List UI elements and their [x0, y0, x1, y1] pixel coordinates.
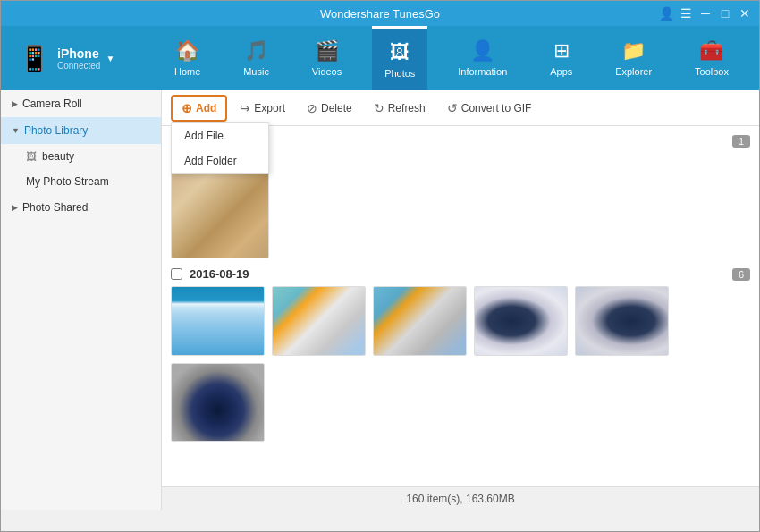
close-icon[interactable]: ✕: [738, 6, 752, 21]
window-controls: 👤 ☰ ─ □ ✕: [659, 6, 752, 21]
nav-label-information: Information: [458, 66, 507, 77]
add-button[interactable]: ⊕ Add: [171, 95, 227, 122]
content-area: ⊕ Add ↪ Export ⊘ Delete ↻ Refresh ↺ Conv…: [162, 90, 759, 510]
nav-items: 🏠 Home 🎵 Music 🎬 Videos 🖼 Photos 👤 Infor…: [153, 26, 750, 90]
photo-thumb-screenshot[interactable]: [171, 286, 265, 356]
nav-bar: 📱 iPhone Connected ▼ 🏠 Home 🎵 Music 🎬 Vi…: [1, 26, 759, 90]
nav-item-photos[interactable]: 🖼 Photos: [372, 26, 427, 90]
status-bar: 160 item(s), 163.60MB: [162, 486, 759, 510]
headphones2-image: [576, 287, 668, 355]
status-text: 160 item(s), 163.60MB: [406, 493, 514, 505]
sidebar-label-my-photo-stream: My Photo Stream: [26, 175, 109, 188]
nav-label-explorer: Explorer: [615, 66, 652, 77]
nav-label-home: Home: [174, 66, 200, 77]
home-icon: 🏠: [175, 39, 199, 63]
minimize-icon[interactable]: ─: [698, 6, 713, 21]
nav-item-music[interactable]: 🎵 Music: [231, 26, 282, 90]
photo-library-arrow: ▼: [12, 126, 20, 135]
information-icon: 👤: [470, 39, 494, 63]
camera-roll-arrow: ▶: [12, 99, 18, 108]
sidebar-label-beauty: beauty: [42, 150, 74, 163]
toolbar: ⊕ Add ↪ Export ⊘ Delete ↻ Refresh ↺ Conv…: [162, 90, 759, 126]
device-dropdown-arrow[interactable]: ▼: [106, 54, 114, 63]
nav-label-videos: Videos: [312, 66, 342, 77]
nav-item-apps[interactable]: ⊞ Apps: [537, 26, 585, 90]
add-dropdown: Add File Add Folder: [171, 122, 269, 174]
main-area: ▶ Camera Roll ▼ Photo Library 🖼 beauty M…: [1, 90, 759, 510]
image-icon: 🖼: [26, 150, 37, 163]
photo-shared-arrow: ▶: [12, 203, 18, 212]
export-icon: ↪: [240, 101, 250, 115]
device-info[interactable]: 📱 iPhone Connected ▼: [10, 39, 153, 78]
menu-icon[interactable]: ☰: [679, 6, 693, 21]
delete-icon: ⊘: [307, 101, 317, 115]
refresh-icon: ↻: [374, 101, 384, 115]
photo-thumb-headphones2[interactable]: [575, 286, 669, 356]
refresh-button[interactable]: ↻ Refresh: [365, 97, 435, 120]
delete-button[interactable]: ⊘ Delete: [298, 97, 361, 120]
sidebar-label-camera-roll: Camera Roll: [22, 97, 82, 110]
sidebar: ▶ Camera Roll ▼ Photo Library 🖼 beauty M…: [1, 90, 162, 510]
nav-item-information[interactable]: 👤 Information: [445, 26, 519, 90]
section2-header: 2016-08-19 6: [171, 267, 750, 281]
user-icon[interactable]: 👤: [659, 6, 673, 21]
device-status: Connected: [57, 61, 100, 71]
device-text: iPhone Connected: [57, 46, 100, 71]
title-bar: Wondershare TunesGo 👤 ☰ ─ □ ✕: [1, 1, 759, 26]
section2-badge: 6: [732, 268, 750, 281]
sidebar-item-camera-roll[interactable]: ▶ Camera Roll: [1, 90, 161, 117]
music-icon: 🎵: [244, 39, 268, 63]
apps-icon: ⊞: [553, 39, 570, 63]
app-title: Wondershare TunesGo: [320, 7, 440, 21]
phone2-image: [374, 287, 466, 355]
photos-icon: 🖼: [390, 41, 410, 64]
videos-icon: 🎬: [315, 39, 339, 63]
device-icon: 📱: [19, 44, 50, 73]
photo-area: 1 2016-08-19 6: [162, 126, 759, 486]
photo-thumb-headphones3[interactable]: [171, 363, 265, 442]
photo-thumb-phone2[interactable]: [373, 286, 467, 356]
nav-item-toolbox[interactable]: 🧰 Toolbox: [682, 26, 741, 90]
section2-date-row: 2016-08-19: [171, 267, 249, 281]
headphones3-image: [172, 364, 264, 441]
convert-gif-button[interactable]: ↺ Convert to GIF: [438, 97, 541, 120]
add-file-item[interactable]: Add File: [172, 123, 268, 148]
section2-thumb-row: [171, 286, 750, 356]
nav-item-videos[interactable]: 🎬 Videos: [300, 26, 354, 90]
sidebar-item-beauty[interactable]: 🖼 beauty: [1, 144, 161, 169]
explorer-icon: 📁: [621, 39, 646, 63]
sidebar-label-photo-library: Photo Library: [24, 124, 88, 137]
phone1-image: [273, 287, 365, 355]
photo-thumb-phone1[interactable]: [272, 286, 366, 356]
section2-checkbox[interactable]: [171, 268, 182, 280]
add-folder-item[interactable]: Add Folder: [172, 148, 268, 173]
device-name: iPhone: [57, 46, 100, 61]
section1-badge: 1: [732, 135, 750, 148]
photo-thumb-headphones1[interactable]: [474, 286, 568, 356]
screenshot-image: [172, 287, 264, 355]
nav-label-toolbox: Toolbox: [695, 66, 729, 77]
photo-section-2016: 2016-08-19 6: [171, 267, 750, 442]
nav-label-apps: Apps: [550, 66, 572, 77]
sidebar-label-photo-shared: Photo Shared: [22, 201, 88, 214]
maximize-icon[interactable]: □: [718, 6, 732, 21]
section2-thumb-row-2: [171, 363, 750, 442]
headphones1-image: [475, 287, 567, 355]
nav-item-home[interactable]: 🏠 Home: [162, 26, 213, 90]
section2-date-label: 2016-08-19: [190, 267, 249, 281]
export-button[interactable]: ↪ Export: [231, 97, 294, 120]
sidebar-item-photo-shared[interactable]: ▶ Photo Shared: [1, 194, 161, 221]
toolbox-icon: 🧰: [699, 39, 723, 63]
nav-label-music: Music: [243, 66, 269, 77]
nav-label-photos: Photos: [384, 68, 415, 79]
sidebar-item-my-photo-stream[interactable]: My Photo Stream: [1, 169, 161, 194]
add-icon: ⊕: [182, 101, 192, 115]
nav-item-explorer[interactable]: 📁 Explorer: [603, 26, 664, 90]
convert-gif-icon: ↺: [447, 101, 458, 115]
sidebar-item-photo-library[interactable]: ▼ Photo Library: [1, 117, 161, 144]
